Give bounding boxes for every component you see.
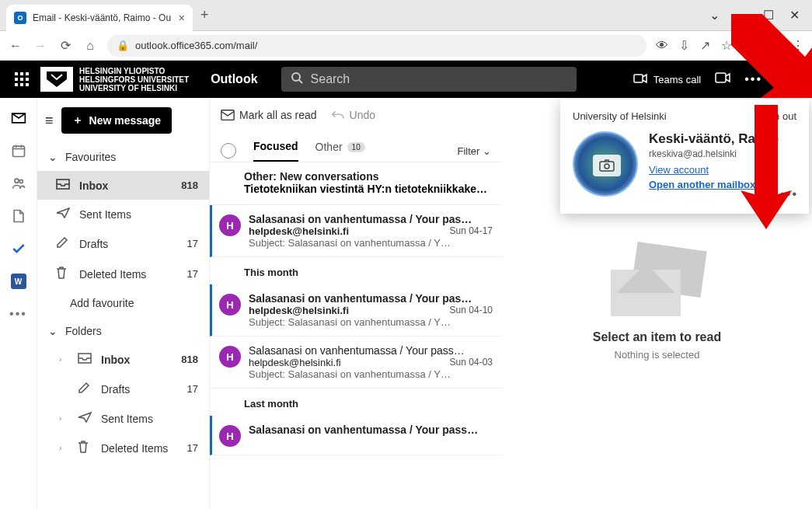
other-conversations-banner[interactable]: Other: New conversations Tietotekniikan … [210, 162, 502, 205]
window-dropdown-icon[interactable]: ⌄ [709, 8, 720, 23]
forward-icon[interactable]: → [33, 39, 48, 53]
trash-icon [56, 267, 70, 281]
chevron-right-icon: › [59, 444, 67, 452]
tab-other[interactable]: Other 10 [315, 141, 365, 161]
draft-icon [56, 236, 70, 251]
eye-icon[interactable]: 👁 [656, 39, 668, 53]
kebab-icon[interactable]: ⋮ [792, 38, 804, 53]
message-item[interactable]: H Salasanasi on vanhentumassa / Your pas… [210, 336, 502, 389]
svg-point-17 [15, 179, 19, 183]
todo-icon[interactable] [9, 239, 28, 258]
home-icon[interactable]: ⌂ [82, 39, 98, 53]
folder-deleted[interactable]: Deleted Items 17 [37, 259, 209, 289]
favourites-header[interactable]: ⌄ Favourites [37, 143, 209, 171]
folder-inbox-2[interactable]: › Inbox 818 [37, 345, 209, 374]
message-item[interactable]: H Salasanasi on vanhentumassa / Your pas… [210, 205, 502, 257]
reading-subtitle: Nothing is selected [615, 349, 700, 361]
tab-focused[interactable]: Focused [253, 140, 298, 162]
app-launcher-icon[interactable] [6, 72, 37, 86]
meet-now-icon[interactable] [715, 71, 730, 87]
svg-line-10 [299, 80, 302, 83]
new-message-button[interactable]: ＋ New message [61, 107, 173, 134]
add-favourite[interactable]: Add favourite [37, 289, 209, 317]
svg-rect-5 [26, 78, 29, 81]
chevron-right-icon: › [59, 355, 67, 364]
word-icon[interactable]: W [9, 272, 28, 291]
star-icon[interactable]: ☆ [721, 38, 732, 53]
search-placeholder: Search [311, 72, 350, 86]
message-toolbar: Mark all as read Undo [210, 98, 502, 132]
browser-tab[interactable]: O Email - Keski-vääntö, Raimo - Ou × [6, 5, 193, 31]
install-icon[interactable]: ⇩ [679, 38, 689, 53]
minimize-icon[interactable]: — [735, 8, 748, 23]
files-icon[interactable] [9, 207, 28, 225]
group-last-month: Last month [210, 389, 502, 416]
browser-tab-strip: O Email - Keski-vääntö, Raimo - Ou × + ⌄… [0, 0, 812, 31]
message-item[interactable]: H Salasanasi on vanhentumassa / Your pas… [210, 416, 502, 455]
open-another-mailbox-link[interactable]: Open another mailbox [649, 179, 779, 190]
chevron-down-icon: ⌄ [483, 145, 491, 157]
folder-drafts-2[interactable]: › Drafts 17 [37, 374, 209, 404]
camera-icon[interactable] [593, 155, 621, 176]
folders-header[interactable]: ⌄ Folders [37, 317, 209, 345]
folder-inbox[interactable]: Inbox 818 [37, 171, 209, 200]
filter-button[interactable]: Filter ⌄ [457, 145, 491, 157]
reload-icon[interactable]: ⟳ [58, 38, 73, 53]
svg-rect-3 [15, 78, 18, 81]
close-window-icon[interactable]: ✕ [789, 8, 800, 23]
app-name: Outlook [211, 72, 257, 86]
folder-sent-2[interactable]: › Sent Items [37, 404, 209, 433]
message-item[interactable]: H Salasanasi on vanhentumassa / Your pas… [210, 284, 502, 336]
view-account-link[interactable]: View account [649, 164, 779, 176]
window-controls: ⌄ — ☐ ✕ [709, 8, 812, 23]
back-icon[interactable]: ← [8, 39, 23, 53]
flyout-more-icon[interactable]: ••• [780, 187, 798, 201]
account-avatar[interactable] [776, 67, 801, 92]
mark-all-read-button[interactable]: Mark all as read [221, 108, 317, 122]
calendar-icon[interactable] [9, 141, 28, 160]
chevron-right-icon: › [59, 414, 67, 423]
outlook-favicon: O [14, 12, 26, 24]
folder-drafts[interactable]: Drafts 17 [37, 228, 209, 259]
more-icon[interactable]: ••• [744, 72, 762, 86]
svg-rect-20 [600, 162, 614, 171]
flyout-avatar[interactable] [573, 131, 638, 197]
svg-rect-11 [634, 75, 643, 82]
group-this-month: This month [210, 257, 502, 284]
url-field[interactable]: 🔒 outlook.office365.com/mail/ [107, 35, 646, 57]
svg-rect-7 [20, 83, 23, 86]
maximize-icon[interactable]: ☐ [763, 8, 774, 23]
svg-rect-12 [716, 73, 726, 82]
folder-sent[interactable]: Sent Items [37, 200, 209, 228]
svg-rect-4 [20, 78, 23, 81]
new-tab-button[interactable]: + [200, 7, 209, 23]
rail-more-icon[interactable]: ••• [9, 305, 28, 323]
svg-rect-1 [20, 72, 23, 75]
folder-deleted-2[interactable]: › Deleted Items 17 [37, 433, 209, 463]
svg-rect-13 [12, 146, 24, 156]
search-input[interactable]: Search [281, 67, 577, 92]
extensions-icon[interactable]: ✦ [743, 38, 753, 53]
org-shield-icon [40, 67, 73, 92]
hamburger-icon[interactable]: ≡ [45, 113, 54, 129]
undo-button[interactable]: Undo [331, 108, 375, 122]
mail-icon[interactable] [9, 109, 28, 127]
signout-link[interactable]: Sign out [759, 110, 796, 122]
close-tab-icon[interactable]: × [179, 12, 185, 24]
inbox-tabs: Focused Other 10 Filter ⌄ [210, 132, 502, 162]
profile-icon[interactable] [764, 37, 781, 54]
people-icon[interactable] [9, 174, 28, 193]
select-all-checkbox[interactable] [221, 143, 236, 159]
org-name: HELSINGIN YLIOPISTO HELSINGFORS UNIVERSI… [79, 67, 189, 92]
teams-call-button[interactable]: Teams call [633, 73, 701, 86]
svg-rect-8 [26, 83, 29, 86]
tab-title: Email - Keski-vääntö, Raimo - Ou [33, 12, 174, 23]
lock-icon: 🔒 [117, 40, 129, 51]
svg-point-21 [605, 164, 609, 169]
account-flyout: University of Helsinki Sign out Keski-vä… [560, 99, 809, 214]
share-icon[interactable]: ↗ [700, 38, 710, 53]
suite-header: HELSINGIN YLIOPISTO HELSINGFORS UNIVERSI… [0, 61, 812, 98]
org-logo[interactable]: HELSINGIN YLIOPISTO HELSINGFORS UNIVERSI… [40, 67, 189, 92]
message-scroll[interactable]: Other: New conversations Tietotekniikan … [210, 162, 502, 509]
address-bar: ← → ⟳ ⌂ 🔒 outlook.office365.com/mail/ 👁 … [0, 31, 812, 61]
